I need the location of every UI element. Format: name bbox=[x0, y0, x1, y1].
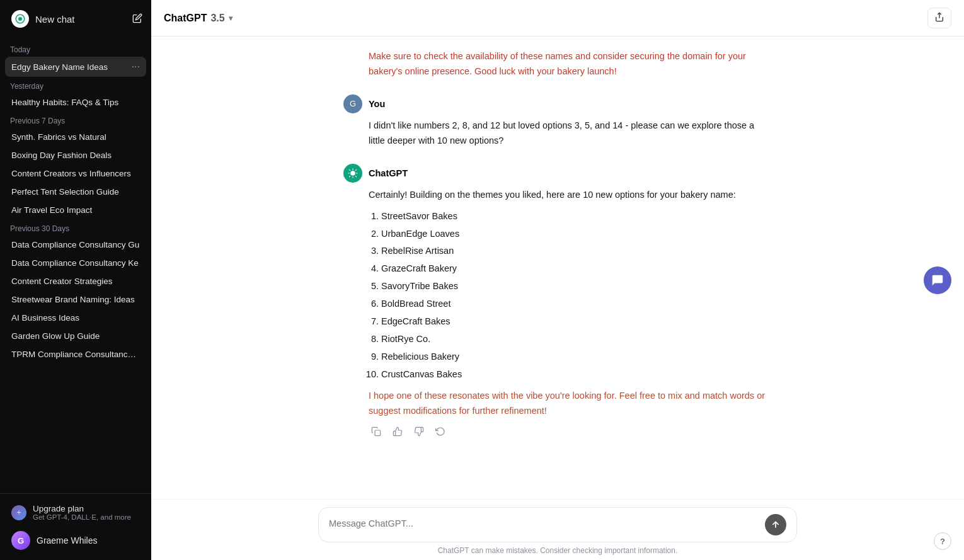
thumbs-up-button[interactable] bbox=[390, 425, 405, 440]
floating-chat-button[interactable] bbox=[924, 266, 951, 294]
bakery-name-9: Rebelicious Bakery bbox=[381, 350, 772, 365]
gpt-intro: Certainly! Building on the themes you li… bbox=[369, 188, 772, 203]
chat-item-tent-selection[interactable]: Perfect Tent Selection Guide bbox=[5, 183, 146, 201]
upgrade-icon: ＋ bbox=[11, 505, 26, 520]
chat-item-synth-fabrics[interactable]: Synth. Fabrics vs Natural bbox=[5, 128, 146, 146]
refresh-button[interactable] bbox=[433, 425, 448, 440]
gpt-outro: I hope one of these resonates with the v… bbox=[369, 389, 772, 419]
sidebar-top: New chat bbox=[0, 0, 151, 38]
message-user: G You I didn't like numbers 2, 8, and 12… bbox=[318, 94, 797, 149]
model-name: ChatGPT bbox=[164, 13, 207, 24]
copy-button[interactable] bbox=[369, 425, 384, 440]
bakery-name-8: RiotRye Co. bbox=[381, 332, 772, 347]
avatar: G bbox=[11, 531, 30, 550]
main-content: ChatGPT 3.5 ▾ Make sure to check the ava… bbox=[151, 0, 964, 560]
gpt-name-label: ChatGPT bbox=[369, 168, 408, 178]
share-button[interactable] bbox=[927, 8, 951, 28]
chat-item-label: Perfect Tent Selection Guide bbox=[11, 187, 140, 197]
footer-disclaimer: ChatGPT can make mistakes. Consider chec… bbox=[318, 546, 797, 555]
chat-area: Make sure to check the availability of t… bbox=[151, 37, 964, 499]
thumbs-down-button[interactable] bbox=[411, 425, 427, 440]
chat-item-label: Synth. Fabrics vs Natural bbox=[11, 132, 140, 142]
sidebar: New chat Today Edgy Bakery Name Ideas ··… bbox=[0, 0, 151, 560]
chat-item-label: Streetwear Brand Naming: Ideas bbox=[11, 295, 140, 304]
send-button[interactable] bbox=[765, 514, 786, 535]
chat-item-label: TPRM Compliance Consultancy S bbox=[11, 350, 140, 359]
input-area: ChatGPT can make mistakes. Consider chec… bbox=[151, 499, 964, 560]
chat-item-label: Data Compliance Consultancy Gu bbox=[11, 240, 140, 249]
bakery-name-3: RebelRise Artisan bbox=[381, 244, 772, 259]
section-prev30: Previous 30 Days bbox=[5, 219, 146, 236]
chat-item-edgy-bakery[interactable]: Edgy Bakery Name Ideas ··· bbox=[5, 57, 146, 77]
app-logo bbox=[11, 10, 29, 28]
upgrade-subtitle: Get GPT-4, DALL·E, and more bbox=[33, 513, 131, 521]
bakery-name-5: SavoryTribe Bakes bbox=[381, 279, 772, 294]
user-message-header: G You bbox=[343, 94, 772, 113]
model-version: 3.5 bbox=[210, 13, 224, 24]
chevron-down-icon: ▾ bbox=[229, 14, 232, 23]
header-actions bbox=[927, 8, 951, 28]
new-chat-label: New chat bbox=[35, 14, 75, 25]
chat-item-healthy-habits[interactable]: Healthy Habits: FAQs & Tips bbox=[5, 93, 146, 111]
chat-item-tprm-compliance[interactable]: TPRM Compliance Consultancy S bbox=[5, 345, 146, 363]
chat-item-garden-glow[interactable]: Garden Glow Up Guide bbox=[5, 327, 146, 345]
chat-item-label: Garden Glow Up Guide bbox=[11, 331, 140, 341]
chat-item-data-compliance-2[interactable]: Data Compliance Consultancy Ke bbox=[5, 254, 146, 272]
sidebar-bottom: ＋ Upgrade plan Get GPT-4, DALL·E, and mo… bbox=[0, 493, 151, 560]
user-message-text: I didn't like numbers 2, 8, and 12 but l… bbox=[369, 120, 754, 146]
chat-item-label: AI Business Ideas bbox=[11, 313, 140, 323]
svg-point-2 bbox=[350, 171, 355, 176]
chat-item-streetwear-brand[interactable]: Streetwear Brand Naming: Ideas bbox=[5, 290, 146, 309]
upgrade-plan-button[interactable]: ＋ Upgrade plan Get GPT-4, DALL·E, and mo… bbox=[5, 499, 146, 526]
chat-item-ai-business[interactable]: AI Business Ideas bbox=[5, 309, 146, 327]
edit-button[interactable] bbox=[129, 9, 146, 29]
section-prev7: Previous 7 Days bbox=[5, 111, 146, 128]
message-input[interactable] bbox=[329, 517, 760, 532]
user-profile[interactable]: G Graeme Whiles bbox=[5, 526, 146, 555]
user-avatar: G bbox=[343, 94, 362, 113]
gpt-message-body: Certainly! Building on the themes you li… bbox=[343, 188, 772, 419]
svg-rect-3 bbox=[375, 430, 381, 436]
bakery-name-2: UrbanEdge Loaves bbox=[381, 227, 772, 242]
bakery-name-6: BoldBread Street bbox=[381, 297, 772, 312]
bakery-name-7: EdgeCraft Bakes bbox=[381, 314, 772, 329]
section-today: Today bbox=[5, 40, 146, 57]
system-note-body: Make sure to check the availability of t… bbox=[343, 49, 772, 79]
chat-item-label: Edgy Bakery Name Ideas bbox=[11, 62, 132, 72]
chat-item-label: Healthy Habits: FAQs & Tips bbox=[11, 98, 140, 107]
chat-item-label: Content Creator Strategies bbox=[11, 277, 140, 286]
chat-item-content-creator-strategies[interactable]: Content Creator Strategies bbox=[5, 272, 146, 290]
help-button[interactable]: ? bbox=[934, 532, 951, 550]
upgrade-title: Upgrade plan bbox=[33, 504, 131, 513]
bakery-names-list: StreetSavor Bakes UrbanEdge Loaves Rebel… bbox=[369, 209, 772, 382]
bakery-name-10: CrustCanvas Bakes bbox=[381, 367, 772, 382]
main-header: ChatGPT 3.5 ▾ bbox=[151, 0, 964, 37]
chat-item-label: Boxing Day Fashion Deals bbox=[11, 151, 140, 160]
message-system-note: Make sure to check the availability of t… bbox=[318, 49, 797, 79]
sidebar-list: Today Edgy Bakery Name Ideas ··· Yesterd… bbox=[0, 38, 151, 493]
system-note-text: Make sure to check the availability of t… bbox=[369, 51, 746, 76]
chat-item-air-travel[interactable]: Air Travel Eco Impact bbox=[5, 201, 146, 219]
user-name-label: You bbox=[369, 99, 385, 109]
message-input-container bbox=[318, 507, 797, 542]
chat-item-label: Data Compliance Consultancy Ke bbox=[11, 258, 140, 268]
chat-item-label: Content Creators vs Influencers bbox=[11, 169, 140, 178]
chat-item-menu-dots[interactable]: ··· bbox=[132, 61, 140, 72]
user-message-body: I didn't like numbers 2, 8, and 12 but l… bbox=[343, 118, 772, 149]
model-selector[interactable]: ChatGPT 3.5 ▾ bbox=[164, 13, 232, 24]
gpt-message-header: ChatGPT bbox=[343, 164, 772, 183]
bakery-name-1: StreetSavor Bakes bbox=[381, 209, 772, 224]
new-chat-button[interactable]: New chat bbox=[5, 5, 129, 33]
svg-point-0 bbox=[18, 17, 22, 21]
message-gpt: ChatGPT Certainly! Building on the theme… bbox=[318, 164, 797, 440]
chat-item-boxing-day[interactable]: Boxing Day Fashion Deals bbox=[5, 146, 146, 164]
upgrade-text: Upgrade plan Get GPT-4, DALL·E, and more bbox=[33, 504, 131, 521]
message-actions bbox=[343, 425, 772, 440]
user-name: Graeme Whiles bbox=[37, 535, 97, 546]
section-yesterday: Yesterday bbox=[5, 77, 146, 93]
gpt-avatar bbox=[343, 164, 362, 183]
bakery-name-4: GrazeCraft Bakery bbox=[381, 261, 772, 277]
chat-item-data-compliance-1[interactable]: Data Compliance Consultancy Gu bbox=[5, 236, 146, 254]
chat-item-content-creators[interactable]: Content Creators vs Influencers bbox=[5, 164, 146, 183]
chat-item-label: Air Travel Eco Impact bbox=[11, 205, 140, 215]
